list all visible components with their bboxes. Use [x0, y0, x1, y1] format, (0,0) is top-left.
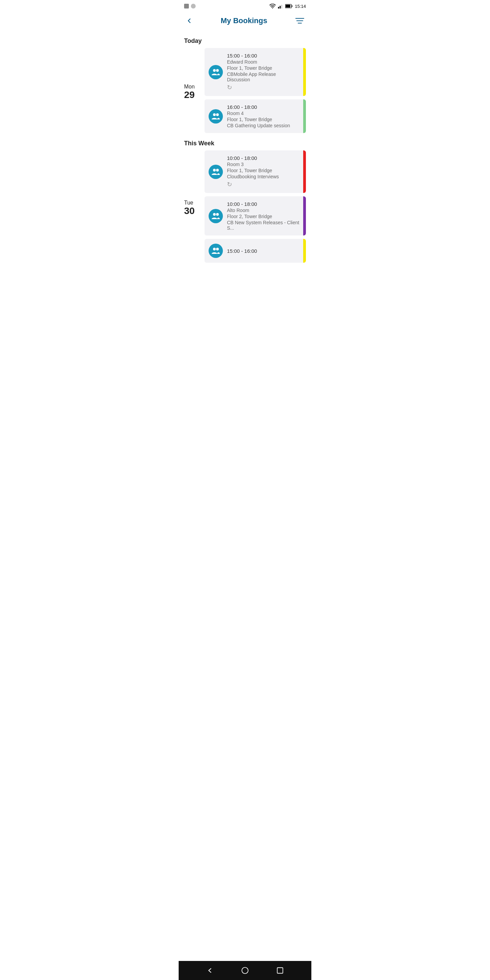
- nav-home-icon: [241, 967, 249, 974]
- booking-name: Cloudbooking Interviews: [227, 174, 279, 179]
- booking-name: CB Gathering Update session: [227, 123, 290, 128]
- back-button[interactable]: [185, 17, 193, 24]
- booking-floor: Floor 1, Tower Bridge: [227, 65, 300, 71]
- booking-room: Room 3: [227, 162, 279, 167]
- svg-point-0: [272, 8, 273, 8]
- tue30-bookings: 10:00 - 18:00 Room 3 Floor 1, Tower Brid…: [205, 150, 306, 263]
- svg-point-18: [213, 248, 216, 250]
- day-num-mon29: 29: [184, 90, 195, 100]
- booking-name: CB New System Releases - Client S...: [227, 220, 300, 231]
- svg-point-11: [216, 69, 219, 72]
- booking-icon: [208, 209, 223, 223]
- status-right: 15:14: [269, 4, 306, 9]
- booking-accent: [303, 239, 306, 263]
- svg-point-10: [213, 69, 216, 72]
- nav-back-icon: [206, 967, 214, 974]
- sim-icon: [184, 4, 189, 8]
- svg-point-15: [216, 169, 219, 172]
- day-group-tue30: Tue 30: [184, 150, 306, 263]
- booking-accent: [303, 196, 306, 235]
- repeat-icon: ↻: [227, 181, 279, 188]
- booking-time: 15:00 - 16:00: [227, 53, 300, 59]
- section-this-week-label: This Week: [184, 140, 306, 147]
- booking-accent: [303, 48, 306, 96]
- day-name-mon29: Mon: [184, 84, 195, 90]
- bookings-content: Today Mon 29: [179, 30, 311, 961]
- booking-info: 10:00 - 18:00 Room 3 Floor 1, Tower Brid…: [227, 155, 279, 188]
- booking-time: 16:00 - 18:00: [227, 104, 290, 110]
- day-group-mon29: Mon 29: [184, 48, 306, 133]
- svg-point-13: [216, 113, 219, 116]
- signal-bars-icon: [278, 4, 283, 8]
- booking-info: 10:00 - 18:00 Alto Room Floor 2, Tower B…: [227, 201, 300, 231]
- people-icon: [211, 167, 220, 176]
- booking-card[interactable]: 10:00 - 18:00 Room 3 Floor 1, Tower Brid…: [205, 150, 306, 193]
- booking-time: 15:00 - 16:00: [227, 248, 257, 254]
- filter-icon: [295, 17, 305, 24]
- booking-room: Edward Room: [227, 59, 300, 65]
- status-bar: 15:14: [179, 0, 311, 12]
- section-this-week: This Week Tue 30: [184, 140, 306, 263]
- svg-point-19: [216, 248, 219, 250]
- booking-time: 10:00 - 18:00: [227, 201, 300, 207]
- back-icon: [185, 17, 193, 24]
- day-label-mon29: Mon 29: [184, 48, 205, 133]
- nav-home-button[interactable]: [239, 964, 251, 977]
- people-icon: [211, 68, 220, 76]
- day-name-tue30: Tue: [184, 200, 193, 206]
- booking-card[interactable]: 15:00 - 16:00: [205, 239, 306, 263]
- page-title: My Bookings: [221, 16, 267, 25]
- booking-info: 15:00 - 16:00 Edward Room Floor 1, Tower…: [227, 53, 300, 91]
- wifi-icon: [269, 4, 275, 8]
- svg-point-20: [242, 967, 248, 974]
- svg-rect-1: [278, 7, 279, 8]
- bottom-navigation: [179, 961, 311, 980]
- booking-icon: [208, 109, 223, 124]
- booking-accent: [303, 99, 306, 133]
- booking-icon: [208, 243, 223, 258]
- booking-info: 16:00 - 18:00 Room 4 Floor 1, Tower Brid…: [227, 104, 290, 128]
- booking-time: 10:00 - 18:00: [227, 155, 279, 161]
- svg-point-12: [213, 113, 216, 116]
- booking-info: 15:00 - 16:00: [227, 248, 257, 254]
- battery-icon: [285, 4, 293, 8]
- svg-rect-3: [282, 5, 282, 8]
- booking-icon: [208, 65, 223, 79]
- booking-icon: [208, 165, 223, 179]
- day-label-tue30: Tue 30: [184, 150, 205, 263]
- booking-card[interactable]: 16:00 - 18:00 Room 4 Floor 1, Tower Brid…: [205, 99, 306, 133]
- booking-floor: Floor 1, Tower Bridge: [227, 168, 279, 173]
- section-today-label: Today: [184, 37, 306, 45]
- svg-point-16: [213, 213, 216, 216]
- booking-name: CBMobile App Release Discussion: [227, 72, 300, 82]
- filter-button[interactable]: [295, 17, 305, 24]
- booking-card[interactable]: 10:00 - 18:00 Alto Room Floor 2, Tower B…: [205, 196, 306, 235]
- people-icon: [211, 112, 220, 121]
- status-time: 15:14: [295, 4, 306, 9]
- signal-icon: [191, 4, 196, 8]
- nav-back-button[interactable]: [204, 964, 216, 977]
- day-num-tue30: 30: [184, 206, 195, 216]
- status-left: [184, 4, 196, 8]
- people-icon: [211, 212, 220, 221]
- booking-card-inner: 15:00 - 16:00: [205, 239, 303, 263]
- section-today: Today Mon 29: [184, 37, 306, 133]
- booking-room: Alto Room: [227, 208, 300, 213]
- svg-point-17: [216, 213, 219, 216]
- nav-recent-button[interactable]: [274, 964, 286, 977]
- svg-rect-6: [292, 5, 292, 7]
- booking-card[interactable]: 15:00 - 16:00 Edward Room Floor 1, Tower…: [205, 48, 306, 96]
- svg-rect-2: [280, 6, 281, 8]
- nav-recent-icon: [276, 967, 284, 974]
- booking-room: Room 4: [227, 111, 290, 116]
- booking-card-inner: 15:00 - 16:00 Edward Room Floor 1, Tower…: [205, 48, 303, 96]
- booking-floor: Floor 2, Tower Bridge: [227, 214, 300, 219]
- svg-rect-5: [286, 5, 291, 8]
- app-header: My Bookings: [179, 12, 311, 30]
- repeat-icon: ↻: [227, 84, 300, 91]
- booking-accent: [303, 150, 306, 193]
- people-icon: [211, 247, 220, 255]
- svg-point-14: [213, 169, 216, 172]
- booking-card-inner: 16:00 - 18:00 Room 4 Floor 1, Tower Brid…: [205, 99, 303, 133]
- booking-floor: Floor 1, Tower Bridge: [227, 117, 290, 122]
